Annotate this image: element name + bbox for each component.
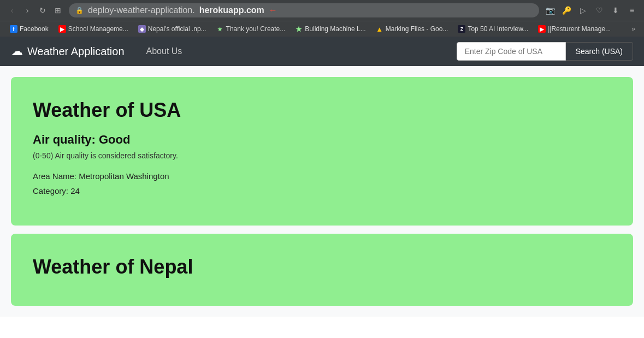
bookmark-ai[interactable]: Z Top 50 AI Interview... bbox=[453, 23, 533, 34]
school-favicon: ▶ bbox=[58, 25, 66, 33]
cloud-icon: ☁ bbox=[11, 44, 23, 58]
area-name: Area Name: Metropolitan Washington bbox=[33, 169, 611, 183]
category: Category: 24 bbox=[33, 183, 611, 198]
back-button[interactable]: ‹ bbox=[5, 4, 19, 17]
marking-favicon: ▲ bbox=[376, 25, 383, 33]
browser-toolbar: ‹ › ↻ ⊞ 🔒 deploy-weather-application.her… bbox=[0, 0, 644, 21]
app-nav-links: About Us bbox=[146, 46, 182, 56]
nepal-weather-title: Weather of Nepal bbox=[33, 256, 611, 278]
app-navbar: ☁ Weather Application About Us Search (U… bbox=[0, 37, 644, 66]
search-button[interactable]: Search (USA) bbox=[566, 42, 633, 61]
app-title: Weather Application bbox=[27, 45, 125, 58]
forward-button[interactable]: › bbox=[21, 4, 34, 17]
address-normal: deploy-weather-application. bbox=[88, 5, 195, 15]
usa-weather-card: Weather of USA Air quality: Good (0-50) … bbox=[11, 77, 633, 226]
address-bar-container: 🔒 deploy-weather-application.herokuapp.c… bbox=[69, 3, 539, 17]
air-quality-label: Air quality: Good bbox=[33, 133, 611, 147]
reload-button[interactable]: ↻ bbox=[36, 4, 49, 17]
menu-btn[interactable]: ≡ bbox=[625, 4, 639, 17]
ai-favicon: Z bbox=[458, 25, 465, 33]
more-bookmarks-btn[interactable]: » bbox=[628, 23, 639, 34]
machine-favicon: ★ bbox=[295, 25, 303, 33]
app-brand: ☁ Weather Application bbox=[11, 44, 125, 58]
security-btn[interactable]: 🔑 bbox=[560, 4, 573, 17]
bookmark-nepal[interactable]: ◆ Nepal's official .np... bbox=[134, 23, 211, 34]
facebook-favicon: f bbox=[10, 25, 17, 33]
bookmark-label: Facebook bbox=[20, 25, 49, 33]
usa-weather-title: Weather of USA bbox=[33, 99, 611, 122]
app-search-area: Search (USA) bbox=[457, 42, 633, 61]
heart-btn[interactable]: ♡ bbox=[593, 4, 606, 17]
thankyou-favicon: ★ bbox=[216, 25, 224, 33]
air-quality-desc: (0-50) Air quality is considered satisfa… bbox=[33, 151, 611, 160]
bookmark-label: Marking Files - Goo... bbox=[386, 25, 448, 33]
home-grid-button[interactable]: ⊞ bbox=[51, 4, 64, 17]
bookmark-label: Building Machine L... bbox=[305, 25, 365, 33]
about-us-link[interactable]: About Us bbox=[146, 46, 182, 56]
bookmark-label: Thank you! Create... bbox=[226, 25, 286, 33]
bookmark-school[interactable]: ▶ School Manageme... bbox=[54, 23, 133, 34]
nepal-favicon: ◆ bbox=[138, 25, 146, 33]
bookmark-label: Nepal's official .np... bbox=[148, 25, 206, 33]
zip-code-input[interactable] bbox=[457, 42, 566, 61]
address-bold: herokuapp.com bbox=[199, 5, 264, 15]
main-content: Weather of USA Air quality: Good (0-50) … bbox=[0, 66, 644, 317]
area-info: Area Name: Metropolitan Washington Categ… bbox=[33, 169, 611, 198]
screenshot-btn[interactable]: 📷 bbox=[543, 4, 557, 17]
bookmark-machine[interactable]: ★ Building Machine L... bbox=[291, 23, 370, 34]
bookmark-thankyou[interactable]: ★ Thank you! Create... bbox=[212, 23, 290, 34]
lock-icon: 🔒 bbox=[75, 7, 84, 14]
restaurant-favicon: ▶ bbox=[538, 25, 546, 33]
nepal-weather-card: Weather of Nepal bbox=[11, 234, 633, 306]
bookmark-facebook[interactable]: f Facebook bbox=[5, 23, 53, 34]
nav-buttons: ‹ › ↻ ⊞ bbox=[5, 4, 64, 17]
download-btn[interactable]: ⬇ bbox=[609, 4, 622, 17]
browser-chrome: ‹ › ↻ ⊞ 🔒 deploy-weather-application.her… bbox=[0, 0, 644, 37]
redirect-arrow: ← bbox=[269, 5, 277, 15]
bookmark-label: School Manageme... bbox=[68, 25, 128, 33]
cast-btn[interactable]: ▷ bbox=[576, 4, 589, 17]
bookmarks-bar: f Facebook ▶ School Manageme... ◆ Nepal'… bbox=[0, 21, 644, 37]
bookmark-restaurant[interactable]: ▶ ||Resturent Manage... bbox=[534, 23, 615, 34]
browser-actions: 📷 🔑 ▷ ♡ ⬇ ≡ bbox=[543, 4, 639, 17]
bookmark-marking[interactable]: ▲ Marking Files - Goo... bbox=[371, 23, 453, 34]
bookmark-label: Top 50 AI Interview... bbox=[468, 25, 528, 33]
bookmark-label: ||Resturent Manage... bbox=[548, 25, 611, 33]
